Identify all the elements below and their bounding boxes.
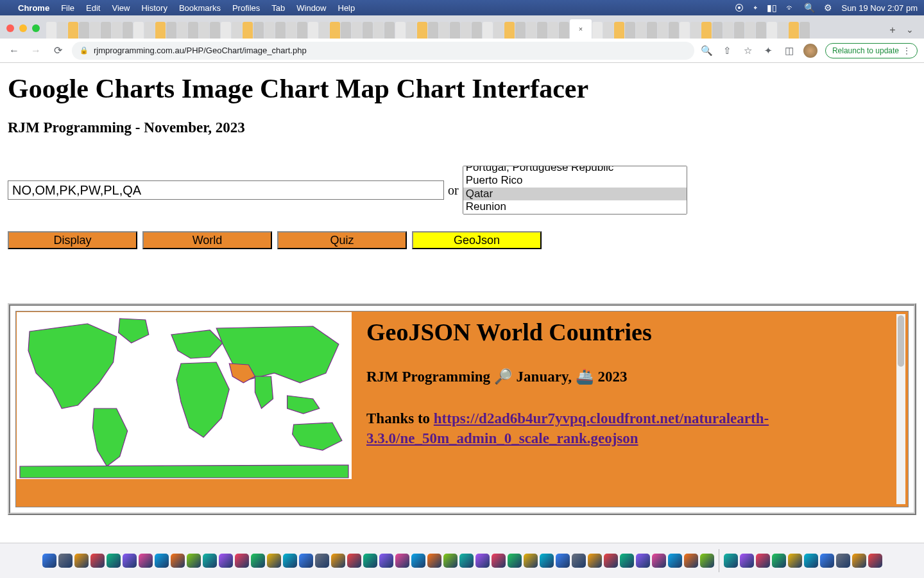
dock-app-icon[interactable] (427, 554, 441, 568)
country-option[interactable]: Puerto Rico (463, 174, 687, 187)
extensions-icon[interactable]: ✦ (762, 45, 775, 57)
dock-app-icon[interactable] (668, 554, 682, 568)
zoom-window-button[interactable] (32, 24, 40, 32)
browser-tab[interactable] (308, 22, 318, 39)
reload-button[interactable]: ⟳ (50, 43, 65, 58)
browser-tab[interactable] (373, 22, 384, 39)
dock-app-icon[interactable] (379, 554, 393, 568)
dock-app-icon[interactable] (700, 554, 714, 568)
chrome-menu-icon[interactable]: ⋮ (903, 46, 911, 55)
browser-tab[interactable] (647, 22, 657, 39)
menu-window[interactable]: Window (296, 3, 326, 13)
browser-tab[interactable] (144, 22, 155, 39)
browser-tab[interactable] (472, 22, 482, 39)
dock-app-icon[interactable] (508, 554, 522, 568)
dock-app-icon[interactable] (852, 554, 866, 568)
browser-tab[interactable] (537, 22, 547, 39)
dock-app-icon[interactable] (636, 554, 650, 568)
browser-tab[interactable] (526, 22, 536, 39)
browser-tab[interactable] (286, 22, 296, 39)
browser-tab[interactable] (669, 22, 679, 39)
browser-tab[interactable] (177, 22, 187, 39)
share-icon[interactable]: ⇧ (721, 45, 734, 57)
browser-tab[interactable] (133, 22, 144, 39)
browser-tab[interactable] (68, 22, 78, 39)
browser-tab[interactable] (352, 22, 362, 39)
control-center-icon[interactable]: ⚙ (824, 3, 832, 13)
dock-app-icon[interactable] (556, 554, 570, 568)
world-button[interactable]: World (142, 231, 272, 249)
dock-app-icon[interactable] (74, 554, 89, 568)
dock-app-icon[interactable] (219, 554, 233, 568)
browser-tab[interactable] (330, 22, 340, 39)
spotlight-icon[interactable]: 🔍 (804, 3, 815, 13)
browser-tab[interactable] (493, 22, 504, 39)
browser-tab[interactable] (363, 22, 373, 39)
browser-tab[interactable] (384, 22, 395, 39)
browser-tab[interactable] (483, 22, 493, 39)
dock-app-icon[interactable] (524, 554, 538, 568)
dock-app-icon[interactable] (652, 554, 666, 568)
country-select[interactable]: Portugal, Portuguese RepublicPuerto Rico… (463, 166, 687, 215)
dock-app-icon[interactable] (347, 554, 361, 568)
browser-tab[interactable] (439, 22, 449, 39)
dock-app-icon[interactable] (395, 554, 409, 568)
browser-tab-active[interactable]: × (570, 19, 592, 39)
dock-app-icon[interactable] (315, 554, 329, 568)
close-tab-icon[interactable]: × (579, 25, 583, 33)
browser-tab[interactable] (417, 22, 427, 39)
dock-app-icon[interactable] (283, 554, 297, 568)
browser-tab[interactable] (450, 22, 460, 39)
browser-tab[interactable] (592, 22, 603, 39)
browser-tab[interactable] (690, 22, 701, 39)
dock-app-icon[interactable] (203, 554, 217, 568)
browser-tab[interactable] (701, 22, 712, 39)
dock-app-icon[interactable] (820, 554, 834, 568)
browser-tab[interactable] (112, 22, 122, 39)
address-bar[interactable]: 🔒 rjmprogramming.com.au/PHP/GeoChart/ima… (72, 42, 694, 60)
menu-help[interactable]: Help (338, 3, 355, 13)
browser-tab[interactable] (767, 22, 777, 39)
profile-avatar[interactable] (803, 44, 817, 58)
browser-tab[interactable] (603, 22, 613, 39)
relaunch-button[interactable]: Relaunch to update ⋮ (825, 43, 918, 58)
menubar-app-name[interactable]: Chrome (18, 3, 49, 13)
menu-file[interactable]: File (61, 3, 74, 13)
dock-app-icon[interactable] (572, 554, 586, 568)
geojson-button[interactable]: GeoJson (412, 231, 542, 249)
menu-edit[interactable]: Edit (86, 3, 100, 13)
browser-tab[interactable] (166, 22, 176, 39)
menu-profiles[interactable]: Profiles (232, 3, 260, 13)
browser-tab[interactable] (756, 22, 766, 39)
country-option[interactable]: Qatar (463, 188, 687, 200)
dock-app-icon[interactable] (251, 554, 265, 568)
browser-tab[interactable] (395, 22, 406, 39)
menu-history[interactable]: History (141, 3, 167, 13)
dock-app-icon[interactable] (868, 554, 882, 568)
browser-tab[interactable] (428, 22, 438, 39)
browser-tab[interactable] (188, 22, 198, 39)
dock-app-icon[interactable] (604, 554, 618, 568)
browser-tab[interactable] (243, 22, 253, 39)
browser-tab[interactable] (745, 22, 755, 39)
dock-app-icon[interactable] (772, 554, 786, 568)
browser-tab[interactable] (723, 22, 733, 39)
dock-app-icon[interactable] (620, 554, 634, 568)
dock-app-icon[interactable] (267, 554, 281, 568)
browser-tab[interactable] (221, 22, 231, 39)
country-option[interactable]: Reunion (463, 200, 687, 213)
zoom-icon[interactable]: 🔍 (701, 45, 714, 57)
browser-tab[interactable] (680, 22, 690, 39)
dock-app-icon[interactable] (187, 554, 201, 568)
close-window-button[interactable] (6, 24, 14, 32)
menu-tab[interactable]: Tab (271, 3, 285, 13)
browser-tab[interactable] (778, 22, 788, 39)
dock-app-icon[interactable] (740, 554, 754, 568)
dock-app-icon[interactable] (58, 554, 73, 568)
country-codes-input[interactable] (8, 180, 444, 200)
country-option[interactable]: Romania (463, 214, 687, 215)
quiz-button[interactable]: Quiz (277, 231, 407, 249)
battery-icon[interactable]: ▮▯ (767, 3, 777, 13)
dock-app-icon[interactable] (492, 554, 506, 568)
dock-app-icon[interactable] (235, 554, 249, 568)
